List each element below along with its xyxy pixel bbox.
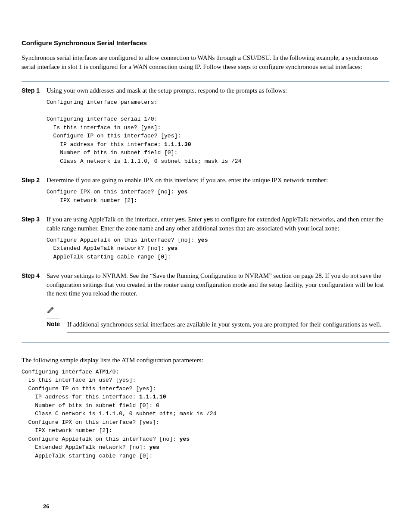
note-label: Note: [47, 320, 67, 328]
step-text: If you are using AppleTalk on the interf…: [47, 215, 389, 233]
step: Step 3If you are using AppleTalk on the …: [22, 215, 389, 264]
step-label: Step 3: [22, 215, 47, 224]
step-label: Step 2: [22, 176, 47, 184]
code-block: Configure IPX on this interface? [no]: y…: [47, 188, 389, 205]
step: Step 2Determine if you are going to enab…: [22, 176, 389, 208]
steps-top-rule: [22, 81, 389, 82]
step-text: Using your own addresses and mask at the…: [47, 86, 389, 95]
step-text: Determine if you are going to enable IPX…: [47, 176, 389, 184]
step: Step 4Save your settings to NVRAM. See t…: [22, 271, 389, 335]
note-box: NoteIf additional synchronous serial int…: [47, 305, 389, 333]
steps-bottom-rule: [22, 342, 389, 343]
step: Step 1Using your own addresses and mask …: [22, 86, 389, 169]
sample-intro: The following sample display lists the A…: [22, 356, 389, 364]
pencil-icon: [47, 305, 59, 318]
code-block: Configure AppleTalk on this interface? […: [47, 236, 389, 261]
step-text: Save your settings to NVRAM. See the “Sa…: [47, 271, 389, 298]
step-label: Step 1: [22, 86, 47, 95]
code-block: Configuring interface parameters: Config…: [47, 98, 389, 165]
intro-paragraph: Synchronous serial interfaces are config…: [22, 53, 389, 71]
step-label: Step 4: [22, 271, 47, 280]
sample-code-block: Configuring interface ATM1/0: Is this in…: [22, 368, 389, 460]
note-text: If additional synchronous serial interfa…: [67, 320, 389, 333]
section-heading: Configure Synchronous Serial Interfaces: [22, 39, 389, 47]
page-number: 26: [43, 503, 49, 510]
